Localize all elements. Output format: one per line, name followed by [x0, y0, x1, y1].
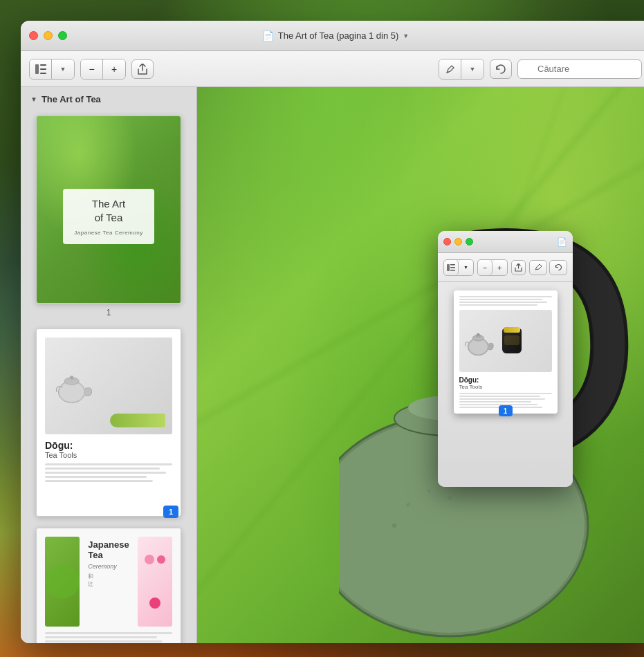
jar-lid — [504, 327, 520, 333]
zoom-in-icon: + — [497, 263, 502, 272]
svg-rect-19 — [450, 264, 455, 266]
sidebar-dropdown-button[interactable]: ▼ — [52, 59, 74, 79]
page-thumb-box-1: The Artof Tea Japanese Tea Ceremony — [36, 115, 181, 304]
annotation-group: ▼ — [439, 59, 484, 80]
page2-image-area — [45, 337, 172, 434]
title-bar: 📄 The Art of Tea (pagina 1 din 5) ▼ — [21, 21, 644, 51]
svg-rect-0 — [35, 64, 39, 74]
page2-badge: 1 — [163, 506, 178, 518]
lacquer-jar — [502, 328, 522, 353]
window-title: The Art of Tea (pagina 1 din 5) — [278, 30, 399, 41]
pen-dropdown-button[interactable]: ▼ — [461, 59, 484, 79]
zoom-in-icon: + — [111, 64, 117, 75]
desktop: 📄 The Art of Tea (pagina 1 din 5) ▼ ▼ — [0, 0, 644, 657]
popup-toolbar: ▼ − + — [438, 253, 573, 282]
popup-rotate-button[interactable] — [549, 260, 567, 275]
text-line — [45, 480, 153, 482]
popup-sidebar-button[interactable] — [444, 260, 459, 275]
close-button[interactable] — [29, 31, 38, 40]
popup-close-button[interactable] — [443, 238, 451, 246]
svg-point-8 — [70, 376, 73, 379]
page3-title: Japanese Tea — [88, 539, 129, 560]
main-preview-window: 📄 The Art of Tea (pagina 1 din 5) ▼ ▼ — [21, 21, 644, 643]
chevron-down-icon: ▼ — [463, 265, 468, 270]
popup-share-button[interactable] — [511, 260, 526, 275]
popup-text-line — [459, 299, 543, 300]
svg-point-14 — [392, 524, 396, 528]
text-line — [45, 468, 160, 470]
popup-teapot-image — [459, 310, 552, 372]
popup-pen-button[interactable] — [529, 260, 547, 275]
popup-text-line — [459, 398, 546, 400]
popup-zoom-out-button[interactable]: − — [478, 260, 493, 275]
sidebar-collapse-chevron[interactable]: ▼ — [30, 95, 37, 103]
sidebar-toggle-group: ▼ — [29, 59, 75, 80]
page-thumbnail-3[interactable]: Japanese Tea Ceremony 和辻 — [36, 528, 181, 643]
page1-title-text: The Artof Tea — [74, 197, 142, 224]
jar-label — [504, 335, 519, 345]
zoom-out-icon: − — [483, 263, 487, 272]
popup-page-badge: 1 — [499, 405, 513, 416]
popup-text-line — [459, 304, 538, 306]
page1-title-box: The Artof Tea Japanese Tea Ceremony — [63, 189, 154, 244]
svg-rect-2 — [40, 68, 46, 70]
page2-sub-title: Tea Tools — [45, 451, 172, 459]
svg-point-23 — [469, 340, 488, 355]
text-line — [45, 636, 157, 638]
share-button[interactable] — [131, 59, 154, 79]
popup-teapot-svg — [462, 320, 497, 362]
page-thumbnail-1[interactable]: The Artof Tea Japanese Tea Ceremony 1 — [36, 115, 181, 317]
svg-rect-3 — [40, 73, 46, 74]
traffic-lights — [29, 31, 67, 40]
content-area: ▼ The Art of Tea The Artof Tea J — [21, 87, 644, 643]
page1-preview: The Artof Tea Japanese Tea Ceremony — [37, 116, 181, 303]
minimize-button[interactable] — [44, 31, 53, 40]
svg-rect-21 — [450, 270, 455, 271]
svg-point-11 — [406, 503, 410, 507]
chevron-down-icon: ▼ — [470, 66, 476, 73]
page2-preview: Dōgu: Tea Tools — [37, 329, 181, 516]
sidebar-pages-list: The Artof Tea Japanese Tea Ceremony 1 — [21, 110, 196, 643]
popup-traffic-lights — [443, 238, 473, 246]
svg-point-26 — [477, 333, 479, 336]
document-icon: 📄 — [262, 30, 274, 41]
text-line — [45, 640, 162, 642]
popup-page-preview: Dōgu: Tea Tools — [454, 290, 558, 414]
zoom-out-button[interactable]: − — [81, 59, 103, 79]
popup-sidebar-dropdown[interactable]: ▼ — [459, 260, 473, 275]
maximize-button[interactable] — [58, 31, 67, 40]
page3-image-left — [45, 537, 80, 627]
text-line — [45, 476, 147, 478]
page3-preview: Japanese Tea Ceremony 和辻 — [37, 528, 181, 643]
popup-top-text — [459, 296, 552, 306]
page1-subtitle: Japanese Tea Ceremony — [74, 230, 142, 236]
popup-maximize-button[interactable] — [466, 238, 473, 246]
popup-right-buttons — [529, 260, 567, 275]
page-thumb-box-2: Dōgu: Tea Tools — [36, 328, 181, 517]
sidebar-header: ▼ The Art of Tea — [21, 87, 196, 110]
zoom-in-button[interactable]: + — [103, 59, 125, 79]
pen-tool-button[interactable] — [439, 59, 461, 79]
svg-rect-20 — [450, 267, 455, 268]
popup-zoom-in-button[interactable]: + — [493, 260, 507, 275]
zoom-out-icon: − — [89, 64, 94, 75]
page2-main-title: Dōgu: — [45, 440, 172, 451]
popup-content-area: Dōgu: Tea Tools — [438, 282, 573, 487]
page3-subtitle: Ceremony — [88, 563, 129, 570]
popup-title-bar: 📄 — [438, 231, 573, 253]
popup-text-line — [459, 396, 541, 397]
search-input[interactable] — [517, 59, 642, 79]
rotate-button[interactable] — [490, 59, 512, 79]
popup-text-line — [459, 401, 532, 402]
svg-rect-1 — [40, 64, 46, 66]
popup-minimize-button[interactable] — [454, 238, 462, 246]
page-thumb-box-3: Japanese Tea Ceremony 和辻 — [36, 528, 181, 643]
popup-text-line — [459, 296, 552, 297]
document-view-area: 📄 — [197, 87, 644, 643]
popup-zoom-group: − + — [477, 259, 508, 276]
page3-top-area: Japanese Tea Ceremony 和辻 — [45, 537, 172, 627]
page-thumbnail-2[interactable]: Dōgu: Tea Tools — [36, 328, 181, 517]
sidebar-toggle-button[interactable] — [30, 59, 52, 79]
title-dropdown-arrow[interactable]: ▼ — [403, 33, 409, 39]
page3-text-lines — [45, 632, 172, 643]
